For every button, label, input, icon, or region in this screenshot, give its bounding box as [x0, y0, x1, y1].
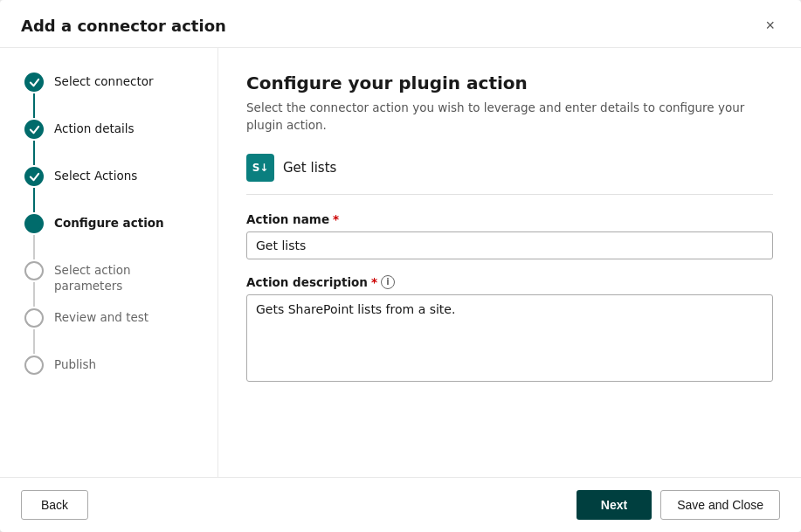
step-icon-select-actions [24, 167, 44, 186]
step-line-5 [33, 282, 35, 307]
step-item-publish: Publish [24, 356, 200, 375]
check-icon-3 [29, 171, 40, 183]
next-button[interactable]: Next [577, 490, 652, 520]
action-name-field-group: Action name * [246, 212, 773, 259]
action-description-field-group: Action description * i Gets SharePoint l… [246, 275, 773, 385]
step-icon-configure-action [24, 214, 44, 233]
step-line-6 [33, 329, 35, 354]
modal-title: Add a connector action [21, 17, 226, 35]
sidebar-item-label-publish: Publish [54, 356, 96, 373]
main-section-subtitle: Select the connector action you wish to … [246, 99, 773, 135]
step-icon-action-details [24, 120, 44, 139]
sidebar-item-label-review-and-test: Review and test [54, 308, 148, 326]
step-item-select-action-parameters: Select action parameters [24, 261, 200, 308]
step-item-select-connector: Select connector [24, 73, 200, 120]
step-line-1 [33, 93, 35, 118]
step-line-2 [33, 141, 35, 165]
action-name-label-text: Action name [246, 212, 329, 226]
info-icon[interactable]: i [381, 275, 395, 289]
modal-body: Select connector Action details [0, 48, 801, 477]
step-icon-publish [24, 356, 44, 375]
step-connector-select-actions [24, 167, 44, 214]
footer-right: Next Save and Close [577, 490, 780, 520]
step-connector-select-action-parameters [24, 261, 44, 308]
sidebar-item-label-configure-action: Configure action [54, 214, 164, 231]
step-icon-review-and-test [24, 308, 44, 328]
action-icon: S↓ [246, 154, 274, 182]
modal-header: Add a connector action × [0, 0, 801, 48]
step-line-4 [33, 235, 35, 259]
step-line-3 [33, 188, 35, 212]
step-item-action-details: Action details [24, 120, 200, 167]
main-content: Configure your plugin action Select the … [218, 48, 801, 477]
step-item-configure-action: Configure action [24, 214, 200, 261]
action-description-label-text: Action description [246, 275, 368, 289]
main-section-title: Configure your plugin action [246, 73, 773, 93]
step-connector-configure-action [24, 214, 44, 261]
action-header: S↓ Get lists [246, 154, 773, 195]
action-display-name: Get lists [283, 160, 336, 176]
step-icon-select-connector [24, 73, 44, 92]
step-item-review-and-test: Review and test [24, 308, 200, 356]
step-connector-select-connector [24, 73, 44, 120]
action-name-required-star: * [333, 212, 339, 226]
action-description-label: Action description * i [246, 275, 773, 289]
sidebar-item-label-select-action-parameters: Select action parameters [54, 261, 200, 294]
action-description-required-star: * [371, 275, 377, 289]
step-connector-review-and-test [24, 308, 44, 356]
check-icon-2 [29, 124, 40, 135]
modal-container: Add a connector action × Select connecto… [0, 0, 801, 532]
step-connector-action-details [24, 120, 44, 167]
action-name-input[interactable] [246, 231, 773, 259]
back-button[interactable]: Back [21, 490, 88, 520]
action-icon-label: S↓ [252, 162, 269, 174]
check-icon [29, 77, 40, 88]
action-description-textarea[interactable]: Gets SharePoint lists from a site. [246, 294, 773, 382]
step-icon-select-action-parameters [24, 261, 44, 280]
sidebar-item-label-action-details: Action details [54, 120, 135, 137]
modal-footer: Back Next Save and Close [0, 477, 801, 532]
sidebar: Select connector Action details [0, 48, 218, 477]
save-close-button[interactable]: Save and Close [660, 490, 780, 520]
sidebar-item-label-select-actions: Select Actions [54, 167, 137, 184]
action-name-label: Action name * [246, 212, 773, 226]
close-button[interactable]: × [760, 16, 780, 35]
step-connector-publish [24, 356, 44, 375]
sidebar-item-label-select-connector: Select connector [54, 73, 154, 90]
step-item-select-actions: Select Actions [24, 167, 200, 214]
